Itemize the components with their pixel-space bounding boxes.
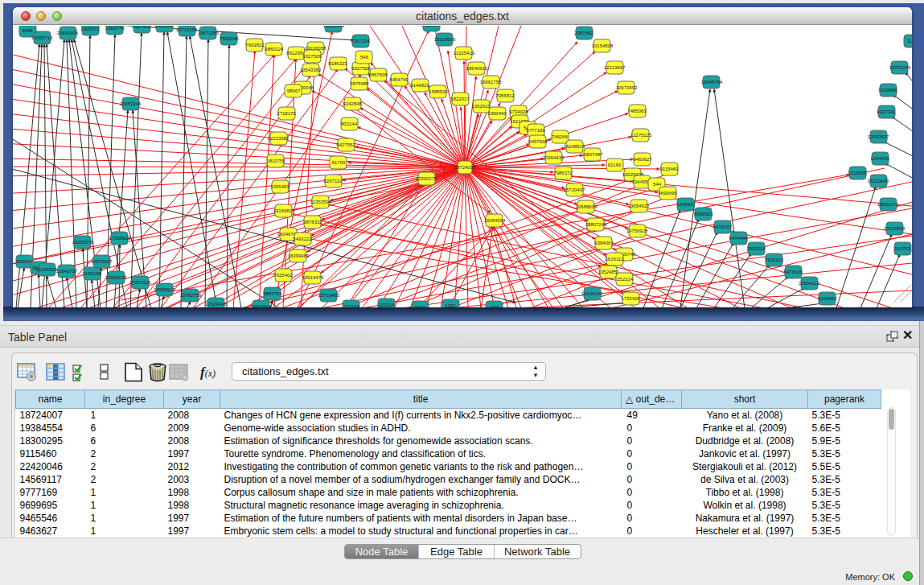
- svg-text:10543382: 10543382: [300, 68, 322, 72]
- svg-text:10654112: 10654112: [799, 281, 820, 286]
- svg-text:746266: 746266: [552, 134, 569, 139]
- svg-text:12275125: 12275125: [630, 133, 652, 138]
- svg-text:16210643: 16210643: [868, 179, 889, 183]
- svg-text:8813054: 8813054: [421, 26, 441, 27]
- svg-text:17357225: 17357225: [129, 280, 151, 285]
- svg-text:17359928: 17359928: [109, 236, 131, 241]
- svg-text:8186323: 8186323: [328, 61, 347, 66]
- svg-text:1145134: 1145134: [83, 271, 102, 276]
- svg-text:12213967: 12213967: [604, 65, 626, 70]
- svg-text:17016504: 17016504: [884, 226, 906, 231]
- svg-text:5822017: 5822017: [450, 97, 470, 101]
- svg-text:9234: 9234: [414, 305, 425, 307]
- svg-text:12093837: 12093837: [868, 134, 889, 139]
- svg-text:12505135: 12505135: [105, 275, 127, 280]
- svg-text:546: 546: [360, 55, 369, 60]
- svg-text:1292: 1292: [445, 303, 456, 307]
- svg-text:10688609: 10688609: [576, 204, 598, 209]
- svg-text:1112: 1112: [907, 39, 912, 43]
- svg-text:16961758: 16961758: [480, 80, 502, 84]
- svg-text:16099489: 16099489: [288, 253, 310, 258]
- svg-text:7632621: 7632621: [765, 257, 784, 262]
- svg-text:9860124: 9860124: [265, 47, 284, 51]
- svg-text:9245652: 9245652: [818, 296, 837, 301]
- svg-text:10154808: 10154808: [592, 43, 614, 48]
- svg-text:9384067: 9384067: [594, 241, 614, 245]
- svg-text:9046: 9046: [22, 28, 33, 33]
- svg-text:1733426: 1733426: [621, 296, 640, 301]
- svg-text:1810755: 1810755: [266, 159, 285, 163]
- svg-text:9474444: 9474444: [729, 236, 748, 241]
- svg-text:9242848: 9242848: [343, 101, 362, 106]
- svg-text:14055714: 14055714: [31, 35, 53, 40]
- svg-text:3267110: 3267110: [324, 179, 343, 183]
- svg-text:116753: 116753: [894, 246, 910, 251]
- svg-text:6479197: 6479197: [713, 225, 732, 229]
- svg-text:9327508: 9327508: [351, 66, 371, 71]
- svg-text:11353594: 11353594: [310, 200, 332, 204]
- svg-text:16033809: 16033809: [323, 26, 345, 28]
- svg-text:20691406: 20691406: [57, 31, 79, 35]
- svg-text:2718170: 2718170: [277, 111, 296, 116]
- svg-text:9129986: 9129986: [878, 88, 897, 93]
- svg-text:19756928: 19756928: [626, 229, 648, 233]
- svg-text:10807487: 10807487: [581, 152, 603, 157]
- svg-text:14136141: 14136141: [581, 291, 603, 296]
- svg-text:26206576: 26206576: [72, 240, 94, 245]
- svg-text:9734028: 9734028: [509, 109, 528, 114]
- svg-text:23300275: 23300275: [416, 176, 437, 181]
- svg-text:15751074: 15751074: [889, 65, 911, 70]
- svg-text:5493222: 5493222: [293, 237, 312, 241]
- svg-text:61700: 61700: [332, 160, 346, 165]
- svg-text:14914479: 14914479: [302, 275, 324, 280]
- svg-text:2867608: 2867608: [368, 72, 388, 77]
- svg-text:18724007: 18724007: [454, 165, 476, 170]
- svg-text:16248514: 16248514: [564, 144, 585, 149]
- svg-text:7357224: 7357224: [351, 39, 370, 43]
- svg-text:9427552: 9427552: [336, 142, 355, 147]
- svg-text:129234: 129234: [378, 303, 395, 307]
- svg-text:117164: 117164: [343, 304, 359, 307]
- svg-text:252214: 252214: [617, 277, 634, 282]
- svg-text:164095: 164095: [677, 202, 694, 207]
- svg-text:1244415: 1244415: [870, 156, 889, 161]
- svg-text:98967: 98967: [287, 89, 301, 93]
- svg-text:19384554: 19384554: [484, 218, 506, 223]
- svg-text:8454749: 8454749: [389, 77, 409, 82]
- svg-text:3215958: 3215958: [848, 171, 867, 175]
- svg-text:803144: 803144: [341, 122, 358, 126]
- svg-text:9146821: 9146821: [410, 83, 429, 88]
- svg-text:18640910: 18640910: [466, 66, 488, 71]
- svg-text:6497508: 6497508: [528, 139, 548, 144]
- svg-text:19218506: 19218506: [434, 37, 456, 42]
- svg-text:20364436: 20364436: [543, 155, 565, 160]
- svg-text:7663822: 7663822: [245, 43, 265, 47]
- svg-text:9227341: 9227341: [877, 109, 896, 114]
- svg-text:8938923: 8938923: [694, 212, 713, 216]
- svg-text:3875685: 3875685: [350, 81, 369, 86]
- svg-text:9857791: 9857791: [263, 291, 282, 296]
- svg-text:10719155: 10719155: [176, 27, 198, 32]
- svg-text:18807249: 18807249: [585, 222, 607, 227]
- svg-text:19166827: 19166827: [273, 208, 295, 213]
- svg-text:7485063: 7485063: [627, 109, 647, 113]
- svg-text:1588520: 1588520: [429, 89, 448, 94]
- svg-text:13654923: 13654923: [628, 204, 650, 208]
- svg-text:1527602: 1527602: [132, 26, 151, 29]
- svg-text:15716485: 15716485: [318, 293, 340, 298]
- svg-text:2935114: 2935114: [747, 246, 766, 251]
- svg-text:1362615: 1362615: [471, 104, 491, 109]
- svg-text:10648784: 10648784: [701, 80, 723, 84]
- svg-text:11325419: 11325419: [454, 51, 475, 56]
- svg-text:12942737: 12942737: [56, 269, 78, 274]
- svg-text:2087662: 2087662: [574, 31, 593, 35]
- svg-text:1903779: 1903779: [105, 26, 125, 31]
- svg-text:544: 544: [653, 182, 662, 187]
- svg-text:10671355: 10671355: [198, 31, 220, 35]
- svg-text:934: 934: [491, 305, 499, 307]
- svg-text:10975857: 10975857: [91, 259, 113, 264]
- svg-text:1905572: 1905572: [80, 27, 100, 31]
- svg-text:9327509: 9327509: [302, 54, 322, 59]
- svg-text:12923448: 12923448: [205, 302, 227, 307]
- svg-text:9777169: 9777169: [526, 128, 545, 133]
